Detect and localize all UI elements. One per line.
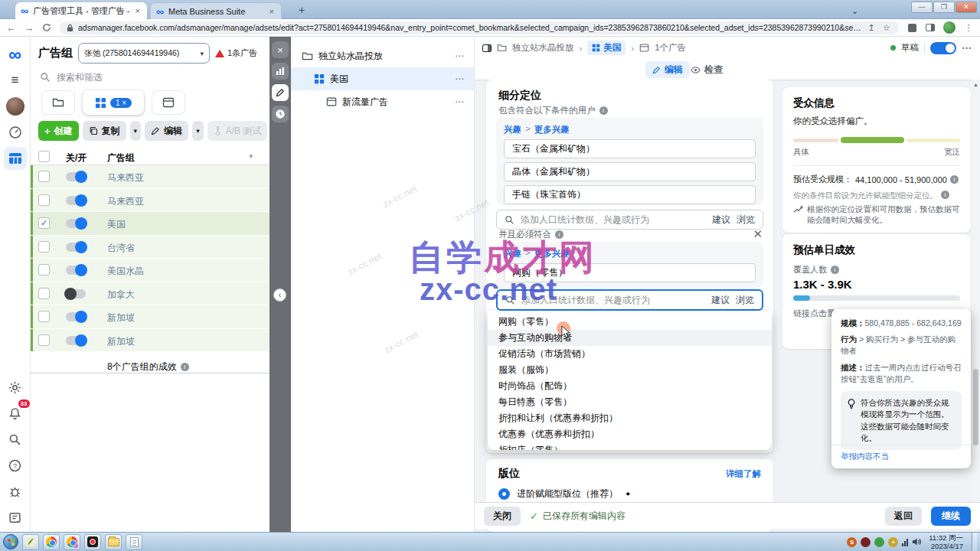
table-row[interactable]: 马来西亚	[31, 189, 270, 213]
table-row[interactable]: 新加坡	[31, 305, 270, 329]
tab-review[interactable]: 检查	[684, 61, 730, 78]
row-checkbox[interactable]	[38, 311, 50, 322]
dropdown-item[interactable]: 优惠券（优惠券和折扣）	[488, 426, 772, 442]
browser-profile-avatar[interactable]	[943, 21, 956, 34]
breadcrumb-ad[interactable]: 1个广告	[655, 42, 686, 54]
info-icon[interactable]	[941, 191, 949, 199]
table-row[interactable]: 马来西亚	[31, 165, 270, 189]
toggle-tree-icon[interactable]	[482, 44, 492, 52]
info-icon[interactable]	[599, 106, 608, 115]
tab-adsets-selected[interactable]: 1 ×	[83, 90, 144, 115]
tray-s-app-icon[interactable]: S	[847, 537, 857, 547]
browse-link[interactable]: 浏览	[736, 294, 754, 307]
taskbar-notepad-icon[interactable]	[126, 534, 142, 550]
collapse-panel-icon[interactable]: ‹	[273, 289, 286, 302]
info-icon[interactable]	[831, 266, 839, 274]
suggestions-link[interactable]: 建议	[711, 294, 730, 307]
interest-chip[interactable]: 网购（零售）	[504, 263, 756, 282]
tab-close-icon[interactable]: ×	[134, 6, 142, 15]
more-options-icon[interactable]: ⋯	[455, 96, 465, 107]
page-scrollbar[interactable]: ▲	[972, 80, 980, 532]
row-checkbox[interactable]	[38, 241, 50, 253]
row-checkbox[interactable]	[38, 288, 50, 299]
info-icon[interactable]	[555, 230, 564, 239]
dropdown-item[interactable]: 折扣和让利（优惠券和折扣）	[488, 410, 772, 426]
help-icon[interactable]: ?	[4, 454, 27, 477]
minimize-button[interactable]: —	[911, 2, 933, 13]
dropdown-item[interactable]: 服装（服饰）	[488, 362, 772, 378]
table-row[interactable]: 加拿大	[31, 282, 270, 306]
table-row[interactable]: 新加坡	[31, 329, 270, 353]
dropdown-item[interactable]: 促销活动（市场营销）	[488, 346, 772, 362]
remove-group-icon[interactable]: ✕	[753, 227, 763, 241]
tree-item-campaign[interactable]: 独立站水晶投放 ⋯	[291, 44, 474, 67]
charts-icon[interactable]	[272, 63, 289, 80]
settings-gear-icon[interactable]	[4, 376, 27, 399]
back-icon[interactable]: ←	[6, 23, 16, 33]
path-more-link[interactable]: 更多兴趣	[534, 124, 570, 135]
taskbar-explorer-icon[interactable]	[105, 534, 122, 550]
edit-button[interactable]: 编辑	[145, 121, 188, 141]
network-icon[interactable]	[902, 538, 908, 546]
create-button[interactable]: 创建	[38, 121, 79, 141]
scrollbar-thumb[interactable]	[973, 369, 978, 445]
notifications-bell-icon[interactable]: 33	[4, 402, 27, 425]
restore-button[interactable]: ❐	[933, 2, 955, 13]
taskbar-chrome-profile-icon[interactable]	[64, 534, 80, 550]
tray-green-app-icon[interactable]	[874, 537, 884, 547]
path-interest-link[interactable]: 兴趣	[504, 248, 521, 259]
tab-search-chevron-icon[interactable]: ⌄	[851, 6, 858, 16]
targeting-search-input[interactable]	[521, 295, 705, 305]
user-avatar[interactable]	[4, 95, 27, 118]
forward-icon[interactable]: →	[24, 23, 34, 33]
toggle-on[interactable]	[66, 196, 86, 205]
more-options-icon[interactable]: ⋯	[962, 42, 972, 54]
tray-red-app-icon[interactable]	[861, 537, 871, 547]
toggle-on[interactable]	[66, 336, 86, 345]
dropdown-item[interactable]: 折扣店（零售）	[488, 442, 772, 450]
breadcrumb-campaign[interactable]: 独立站水晶投放	[512, 42, 574, 54]
address-bar[interactable]: adsmanager.facebook.com/adsmanager/manag…	[60, 21, 899, 34]
close-button[interactable]: ✕	[956, 2, 977, 13]
account-alert[interactable]: 1条广告	[215, 47, 257, 59]
ab-test-button[interactable]: A/B 测试	[207, 121, 268, 141]
more-options-icon[interactable]: ⋯	[455, 51, 465, 61]
continue-button[interactable]: 继续	[931, 507, 971, 526]
reload-icon[interactable]	[41, 22, 52, 33]
dashboard-gauge-icon[interactable]	[4, 121, 27, 144]
edit-pane-icon[interactable]	[272, 84, 289, 101]
select-all-checkbox[interactable]	[38, 151, 50, 162]
meta-logo[interactable]: ∞	[4, 43, 27, 66]
table-row[interactable]: 美国水晶	[31, 259, 270, 282]
back-button[interactable]: 返回	[885, 507, 922, 526]
dropdown-item[interactable]: 时尚饰品（配饰）	[488, 378, 772, 394]
row-checkbox-checked[interactable]: ✓	[38, 217, 50, 229]
path-interest-link[interactable]: 兴趣	[504, 124, 521, 135]
row-checkbox[interactable]	[38, 264, 50, 276]
table-row[interactable]: 台湾省	[31, 236, 270, 259]
menu-hamburger-icon[interactable]: ≡	[4, 69, 27, 92]
browser-tab-ads-manager[interactable]: ∞ 广告管理工具 - 管理广告 - 广告 ×	[15, 2, 147, 19]
suggestions-link[interactable]: 建议	[712, 214, 730, 227]
share-icon[interactable]: ↥	[866, 22, 877, 33]
browse-link[interactable]: 浏览	[737, 214, 755, 227]
edit-menu-button[interactable]: ▾	[192, 121, 204, 141]
bug-report-icon[interactable]	[4, 480, 27, 503]
dropdown-item[interactable]: 网购（零售）	[488, 314, 772, 330]
bookmark-star-icon[interactable]: ☆	[881, 22, 892, 33]
history-clock-icon[interactable]	[272, 106, 289, 122]
taskbar-chrome-icon[interactable]	[43, 534, 60, 550]
row-checkbox[interactable]	[38, 171, 50, 182]
tree-item-adset-selected[interactable]: 美国 ⋯	[291, 67, 474, 90]
interest-chip[interactable]: 宝石（金属和矿物）	[504, 139, 756, 158]
billing-icon[interactable]	[4, 506, 27, 529]
toggle-on[interactable]	[66, 312, 86, 321]
row-checkbox[interactable]	[38, 334, 50, 346]
browser-menu-icon[interactable]: ⋮	[963, 22, 974, 33]
taskbar-clock[interactable]: 11:32 周一 2023/4/17	[929, 533, 963, 550]
table-row-selected[interactable]: ✓美国	[31, 212, 270, 236]
close-button[interactable]: 关闭	[484, 507, 521, 526]
tab-campaigns[interactable]	[41, 90, 75, 115]
radio-selected[interactable]	[498, 488, 510, 500]
toggle-on[interactable]	[66, 219, 86, 228]
